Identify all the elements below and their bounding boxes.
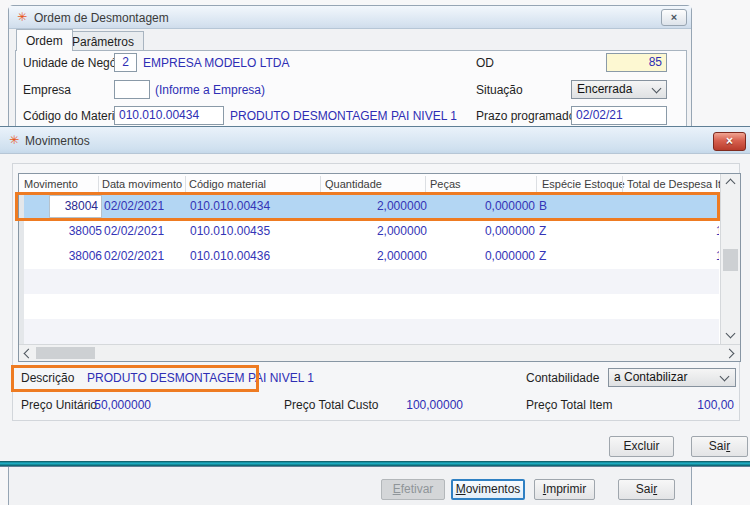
cell-especie: Z	[539, 244, 546, 269]
cell-quantidade: 2,000000	[330, 244, 427, 269]
col-quantidade[interactable]: Quantidade	[325, 174, 382, 194]
scroll-right-button[interactable]	[723, 345, 739, 361]
empty-row	[24, 294, 719, 319]
chevron-down-icon	[720, 372, 730, 382]
codigo-material-input[interactable]: 010.010.00434	[114, 106, 224, 125]
movimentos-window: ✳ Movimentos × Movimento Data movimento …	[0, 126, 750, 467]
column-separator	[536, 176, 537, 192]
chevron-down-icon	[652, 84, 662, 94]
cell-codigo: 010.010.00435	[190, 219, 270, 244]
preco-total-item-label: Preço Total Item	[526, 396, 612, 414]
preco-total-custo-value: 100,00000	[379, 396, 463, 414]
column-separator	[98, 176, 99, 192]
scrollbar-thumb[interactable]	[723, 249, 738, 271]
empresa-label: Empresa	[23, 81, 71, 99]
codigo-material-label: Código do Material	[23, 107, 124, 125]
col-especie[interactable]: Espécie Estoque	[542, 174, 625, 194]
sair-button-ordem[interactable]: Sair	[618, 479, 675, 500]
movimentos-window-title: Movimentos	[25, 133, 90, 149]
od-label: OD	[476, 54, 494, 72]
sair-button-movimentos[interactable]: Sair	[691, 436, 748, 457]
scroll-up-button[interactable]	[721, 174, 740, 191]
tab-parametros[interactable]: Parâmetros	[62, 31, 144, 51]
ordem-titlebar[interactable]: ✳ Ordem de Desmontagem ×	[9, 6, 691, 29]
preco-total-item-value: 100,00	[654, 396, 734, 414]
table-row[interactable]: 38005 02/02/2021 010.010.00435 2,000000 …	[24, 219, 719, 244]
column-separator	[622, 176, 623, 192]
contabilidade-label: Contabilidade	[526, 369, 599, 387]
column-separator	[185, 176, 186, 192]
preco-total-custo-label: Preço Total Custo	[284, 396, 379, 414]
empty-row	[24, 319, 719, 344]
scroll-down-button[interactable]	[721, 327, 740, 344]
horizontal-scrollbar[interactable]	[19, 344, 740, 361]
situacao-dropdown[interactable]: Encerrada	[571, 80, 667, 99]
cell-movimento: 38005	[32, 219, 102, 244]
excluir-button[interactable]: Excluir	[609, 436, 674, 457]
preco-unitario-value: 50,000000	[59, 396, 151, 414]
table-row[interactable]: 38006 02/02/2021 010.010.00436 2,000000 …	[24, 244, 719, 269]
movimentos-titlebar[interactable]: ✳ Movimentos	[0, 127, 750, 154]
prazo-input[interactable]: 02/02/21	[571, 106, 667, 125]
cell-pecas: 0,000000	[435, 219, 535, 244]
cell-especie: Z	[539, 219, 546, 244]
vertical-scrollbar[interactable]	[720, 174, 740, 344]
cell-data: 02/02/2021	[104, 244, 164, 269]
scrollbar-thumb[interactable]	[36, 347, 95, 359]
col-movimento[interactable]: Movimento	[24, 174, 78, 194]
situacao-value: Encerrada	[577, 82, 632, 96]
cell-codigo: 010.010.00436	[190, 244, 270, 269]
situacao-label: Situação	[476, 81, 523, 99]
cell-total-clipped: 1	[716, 219, 719, 244]
close-icon[interactable]: ×	[713, 132, 746, 151]
cell-codigo: 010.010.00434	[190, 194, 270, 219]
tab-ordem[interactable]: Ordem	[16, 29, 73, 51]
movimento-edit-cell[interactable]: 38004	[49, 195, 102, 218]
empresa-hint: (Informe a Empresa)	[155, 81, 265, 99]
cell-quantidade: 2,000000	[330, 219, 427, 244]
empresa-input[interactable]	[114, 80, 150, 99]
ordem-window-title: Ordem de Desmontagem	[34, 10, 169, 26]
contabilidade-dropdown[interactable]: a Contabilizar	[608, 368, 736, 387]
app-icon: ✳	[7, 132, 21, 148]
cell-quantidade: 2,000000	[330, 194, 427, 219]
cell-especie: B	[539, 194, 547, 219]
empty-row	[24, 269, 719, 294]
imprimir-button[interactable]: Imprimir	[534, 479, 595, 500]
descricao-value: PRODUTO DESMONTAGEM PAI NIVEL 1	[87, 369, 314, 387]
column-separator	[425, 176, 426, 192]
app-icon: ✳	[15, 9, 29, 25]
cell-movimento: 38006	[32, 244, 102, 269]
cell-pecas: 0,000000	[435, 194, 535, 219]
window-bottom-border	[0, 461, 750, 466]
cell-data: 02/02/2021	[104, 194, 164, 219]
close-icon[interactable]: ×	[661, 9, 687, 26]
contabilidade-value: a Contabilizar	[614, 370, 687, 384]
table-header[interactable]: Movimento Data movimento Código material…	[19, 174, 719, 194]
codigo-material-desc: PRODUTO DESMONTAGEM PAI NIVEL 1	[230, 107, 457, 125]
cell-total-clipped: 1	[716, 244, 719, 269]
prazo-label: Prazo programado	[476, 107, 575, 125]
od-input[interactable]: 85	[606, 53, 667, 72]
cell-data: 02/02/2021	[104, 219, 164, 244]
movimentos-table[interactable]: Movimento Data movimento Código material…	[18, 173, 741, 362]
movimentos-button[interactable]: Movimentos	[451, 479, 525, 500]
descricao-label: Descrição	[21, 369, 74, 387]
desktop: ✳ Ordem de Desmontagem × Ordem Parâmetro…	[0, 0, 750, 505]
efetivar-button[interactable]: Efetivar	[381, 479, 445, 500]
col-codigo[interactable]: Código material	[189, 174, 266, 194]
unidade-negocio-input[interactable]: 2	[114, 53, 137, 72]
scroll-left-button[interactable]	[19, 345, 35, 361]
col-pecas[interactable]: Peças	[430, 174, 461, 194]
table-row[interactable]: 38004 02/02/2021 010.010.00434 2,000000 …	[24, 194, 719, 219]
col-data[interactable]: Data movimento	[102, 174, 182, 194]
unidade-negocio-desc: EMPRESA MODELO LTDA	[143, 54, 289, 72]
cell-pecas: 0,000000	[435, 244, 535, 269]
column-separator	[320, 176, 321, 192]
